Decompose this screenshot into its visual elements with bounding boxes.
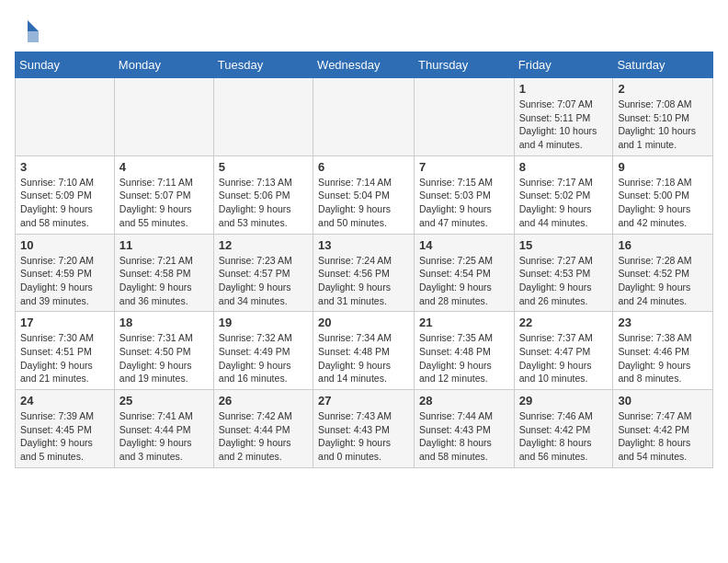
day-cell: 9Sunrise: 7:18 AM Sunset: 5:00 PM Daylig…: [613, 155, 713, 234]
day-number: 22: [519, 316, 609, 329]
week-row: 3Sunrise: 7:10 AM Sunset: 5:09 PM Daylig…: [16, 155, 713, 234]
day-number: 2: [618, 82, 708, 96]
col-header-friday: Friday: [514, 52, 613, 78]
day-number: 27: [318, 394, 409, 408]
day-cell: 2Sunrise: 7:08 AM Sunset: 5:10 PM Daylig…: [613, 78, 713, 156]
day-number: 17: [20, 316, 109, 329]
col-header-saturday: Saturday: [613, 52, 713, 78]
day-info: Sunrise: 7:34 AM Sunset: 4:48 PM Dayligh…: [318, 331, 409, 385]
day-cell: 3Sunrise: 7:10 AM Sunset: 5:09 PM Daylig…: [16, 155, 115, 234]
col-header-sunday: Sunday: [16, 52, 115, 78]
day-info: Sunrise: 7:07 AM Sunset: 5:11 PM Dayligh…: [519, 98, 609, 152]
day-number: 26: [219, 394, 308, 408]
day-info: Sunrise: 7:46 AM Sunset: 4:42 PM Dayligh…: [519, 409, 609, 464]
week-row: 10Sunrise: 7:20 AM Sunset: 4:59 PM Dayli…: [16, 234, 713, 312]
day-number: 15: [519, 238, 609, 252]
week-row: 17Sunrise: 7:30 AM Sunset: 4:51 PM Dayli…: [16, 312, 713, 390]
day-cell: 13Sunrise: 7:24 AM Sunset: 4:56 PM Dayli…: [313, 234, 415, 312]
day-number: 6: [318, 160, 409, 174]
day-info: Sunrise: 7:42 AM Sunset: 4:44 PM Dayligh…: [219, 409, 308, 464]
day-info: Sunrise: 7:44 AM Sunset: 4:43 PM Dayligh…: [419, 409, 509, 464]
svg-marker-0: [28, 20, 39, 31]
logo: [15, 18, 42, 44]
col-header-tuesday: Tuesday: [213, 52, 313, 78]
day-cell: 10Sunrise: 7:20 AM Sunset: 4:59 PM Dayli…: [16, 234, 115, 312]
day-number: 29: [519, 394, 609, 408]
day-cell: 11Sunrise: 7:21 AM Sunset: 4:58 PM Dayli…: [114, 234, 213, 312]
day-cell: 17Sunrise: 7:30 AM Sunset: 4:51 PM Dayli…: [16, 312, 115, 390]
day-info: Sunrise: 7:24 AM Sunset: 4:56 PM Dayligh…: [318, 254, 409, 308]
day-info: Sunrise: 7:32 AM Sunset: 4:49 PM Dayligh…: [219, 331, 308, 385]
day-cell: 28Sunrise: 7:44 AM Sunset: 4:43 PM Dayli…: [415, 390, 515, 468]
day-number: 10: [20, 238, 109, 252]
day-cell: 12Sunrise: 7:23 AM Sunset: 4:57 PM Dayli…: [213, 234, 313, 312]
day-number: 25: [119, 394, 209, 408]
day-info: Sunrise: 7:30 AM Sunset: 4:51 PM Dayligh…: [20, 331, 109, 385]
day-number: 4: [119, 160, 209, 174]
day-number: 7: [419, 160, 509, 174]
day-info: Sunrise: 7:11 AM Sunset: 5:07 PM Dayligh…: [119, 176, 209, 230]
day-number: 30: [618, 394, 708, 408]
day-info: Sunrise: 7:28 AM Sunset: 4:52 PM Dayligh…: [618, 254, 708, 308]
day-info: Sunrise: 7:35 AM Sunset: 4:48 PM Dayligh…: [419, 331, 509, 385]
week-row: 1Sunrise: 7:07 AM Sunset: 5:11 PM Daylig…: [16, 78, 713, 156]
day-info: Sunrise: 7:10 AM Sunset: 5:09 PM Dayligh…: [20, 176, 109, 230]
day-number: 16: [618, 238, 708, 252]
day-number: 13: [318, 238, 409, 252]
day-number: 3: [20, 160, 109, 174]
day-info: Sunrise: 7:43 AM Sunset: 4:43 PM Dayligh…: [318, 409, 409, 464]
day-cell: 26Sunrise: 7:42 AM Sunset: 4:44 PM Dayli…: [213, 390, 313, 468]
day-info: Sunrise: 7:08 AM Sunset: 5:10 PM Dayligh…: [618, 98, 708, 152]
day-number: 11: [119, 238, 209, 252]
day-number: 28: [419, 394, 509, 408]
col-header-wednesday: Wednesday: [313, 52, 415, 78]
day-number: 24: [20, 394, 109, 408]
day-info: Sunrise: 7:37 AM Sunset: 4:47 PM Dayligh…: [519, 331, 609, 385]
day-number: 19: [219, 316, 308, 329]
day-cell: [114, 78, 213, 156]
day-info: Sunrise: 7:27 AM Sunset: 4:53 PM Dayligh…: [519, 254, 609, 308]
day-cell: 14Sunrise: 7:25 AM Sunset: 4:54 PM Dayli…: [415, 234, 515, 312]
day-cell: 27Sunrise: 7:43 AM Sunset: 4:43 PM Dayli…: [313, 390, 415, 468]
day-cell: 15Sunrise: 7:27 AM Sunset: 4:53 PM Dayli…: [514, 234, 613, 312]
day-cell: [213, 78, 313, 156]
col-header-thursday: Thursday: [415, 52, 515, 78]
day-info: Sunrise: 7:41 AM Sunset: 4:44 PM Dayligh…: [119, 409, 209, 464]
day-info: Sunrise: 7:20 AM Sunset: 4:59 PM Dayligh…: [20, 254, 109, 308]
day-number: 9: [618, 160, 708, 174]
logo-icon: [15, 18, 40, 44]
day-info: Sunrise: 7:25 AM Sunset: 4:54 PM Dayligh…: [419, 254, 509, 308]
day-info: Sunrise: 7:39 AM Sunset: 4:45 PM Dayligh…: [20, 409, 109, 464]
day-cell: 18Sunrise: 7:31 AM Sunset: 4:50 PM Dayli…: [114, 312, 213, 390]
day-info: Sunrise: 7:13 AM Sunset: 5:06 PM Dayligh…: [219, 176, 308, 230]
day-number: 8: [519, 160, 609, 174]
day-info: Sunrise: 7:23 AM Sunset: 4:57 PM Dayligh…: [219, 254, 308, 308]
day-cell: 8Sunrise: 7:17 AM Sunset: 5:02 PM Daylig…: [514, 155, 613, 234]
day-cell: 29Sunrise: 7:46 AM Sunset: 4:42 PM Dayli…: [514, 390, 613, 468]
day-cell: 30Sunrise: 7:47 AM Sunset: 4:42 PM Dayli…: [613, 390, 713, 468]
day-cell: 16Sunrise: 7:28 AM Sunset: 4:52 PM Dayli…: [613, 234, 713, 312]
day-cell: 6Sunrise: 7:14 AM Sunset: 5:04 PM Daylig…: [313, 155, 415, 234]
svg-marker-1: [28, 31, 39, 42]
day-info: Sunrise: 7:15 AM Sunset: 5:03 PM Dayligh…: [419, 176, 509, 230]
day-number: 21: [419, 316, 509, 329]
day-cell: [415, 78, 515, 156]
day-cell: 4Sunrise: 7:11 AM Sunset: 5:07 PM Daylig…: [114, 155, 213, 234]
day-number: 20: [318, 316, 409, 329]
day-info: Sunrise: 7:14 AM Sunset: 5:04 PM Dayligh…: [318, 176, 409, 230]
day-info: Sunrise: 7:38 AM Sunset: 4:46 PM Dayligh…: [618, 331, 708, 385]
day-cell: 20Sunrise: 7:34 AM Sunset: 4:48 PM Dayli…: [313, 312, 415, 390]
day-cell: 7Sunrise: 7:15 AM Sunset: 5:03 PM Daylig…: [415, 155, 515, 234]
day-info: Sunrise: 7:47 AM Sunset: 4:42 PM Dayligh…: [618, 409, 708, 464]
day-cell: [16, 78, 115, 156]
col-header-monday: Monday: [114, 52, 213, 78]
day-info: Sunrise: 7:31 AM Sunset: 4:50 PM Dayligh…: [119, 331, 209, 385]
day-number: 23: [618, 316, 708, 329]
header: [15, 15, 713, 44]
day-cell: 21Sunrise: 7:35 AM Sunset: 4:48 PM Dayli…: [415, 312, 515, 390]
day-cell: [313, 78, 415, 156]
day-cell: 25Sunrise: 7:41 AM Sunset: 4:44 PM Dayli…: [114, 390, 213, 468]
day-cell: 19Sunrise: 7:32 AM Sunset: 4:49 PM Dayli…: [213, 312, 313, 390]
day-number: 14: [419, 238, 509, 252]
day-info: Sunrise: 7:18 AM Sunset: 5:00 PM Dayligh…: [618, 176, 708, 230]
